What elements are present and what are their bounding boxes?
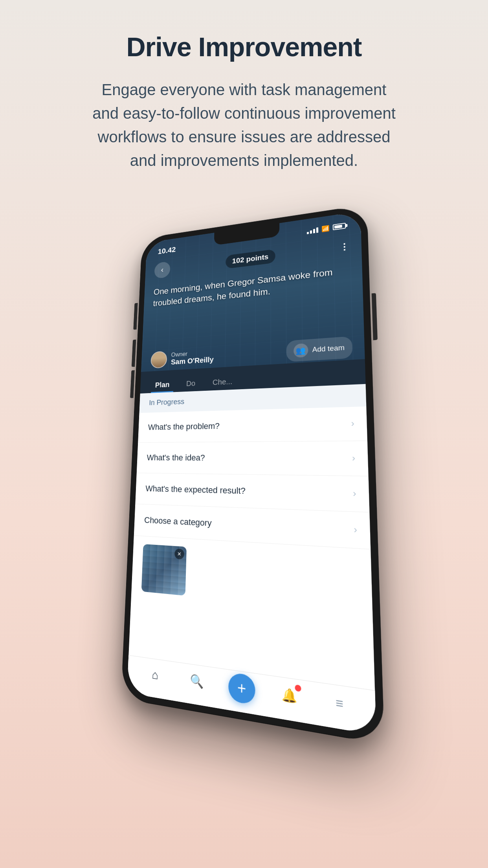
add-team-button[interactable]: 👥 Add team	[286, 336, 353, 362]
photo-area: ✕	[131, 536, 373, 623]
avatar	[150, 351, 167, 368]
plus-icon: +	[237, 678, 246, 699]
list-item-text: What's the idea?	[147, 453, 205, 463]
search-icon: 🔍	[190, 673, 204, 690]
wifi-icon: 📶	[321, 224, 330, 232]
list-item[interactable]: What's the idea? ›	[137, 441, 369, 476]
back-arrow-icon: ‹	[161, 266, 164, 274]
menu-icon: ≡	[336, 695, 343, 712]
chevron-right-icon: ›	[353, 488, 356, 500]
list-item-text: Choose a category	[144, 515, 212, 528]
phone-body: 10.42 📶 ‹	[121, 204, 385, 745]
owner-details: Owner Sam O'Reilly	[171, 349, 214, 366]
signal-bar-3	[313, 229, 315, 234]
page-title: Drive Improvement	[127, 31, 362, 62]
nav-notifications-button[interactable]: 🔔	[276, 680, 303, 712]
nav-menu-button[interactable]: ≡	[325, 687, 354, 720]
chevron-right-icon: ›	[354, 524, 357, 536]
more-options-button[interactable]: ⋮	[339, 241, 350, 252]
chevron-right-icon: ›	[352, 453, 355, 464]
tab-plan[interactable]: Plan	[147, 377, 178, 393]
tab-do[interactable]: Do	[178, 375, 204, 392]
status-icons: 📶	[307, 222, 346, 234]
avatar-image	[151, 351, 167, 368]
content-area: In Progress What's the problem? › What's…	[128, 384, 375, 690]
tab-check[interactable]: Che...	[204, 373, 241, 391]
phone-mockup: 10.42 📶 ‹	[122, 204, 366, 707]
list-item[interactable]: What's the problem? ›	[138, 406, 367, 443]
signal-bar-1	[307, 232, 309, 234]
add-team-icon: 👥	[294, 343, 308, 358]
phone-screen: 10.42 📶 ‹	[127, 211, 376, 735]
points-badge: 102 points	[226, 249, 275, 268]
signal-bar-4	[316, 227, 318, 233]
battery-icon	[333, 223, 346, 230]
status-time: 10.42	[158, 245, 176, 256]
nav-search-button[interactable]: 🔍	[185, 666, 209, 696]
nav-home-button[interactable]: ⌂	[143, 660, 167, 690]
signal-icon	[307, 226, 318, 234]
list-item-text: What's the problem?	[148, 421, 220, 432]
home-icon: ⌂	[152, 668, 158, 682]
signal-bar-2	[310, 230, 312, 234]
photo-thumbnail: ✕	[141, 544, 187, 596]
battery-fill	[334, 224, 342, 228]
add-team-label: Add team	[312, 344, 345, 354]
chevron-right-icon: ›	[351, 418, 354, 429]
nav-add-button[interactable]: +	[228, 672, 255, 705]
list-item-text: What's the expected result?	[145, 484, 246, 496]
owner-info: Owner Sam O'Reilly	[150, 348, 214, 369]
page-subtitle: Engage everyone with task management and…	[87, 78, 401, 172]
back-button[interactable]: ‹	[154, 261, 170, 279]
